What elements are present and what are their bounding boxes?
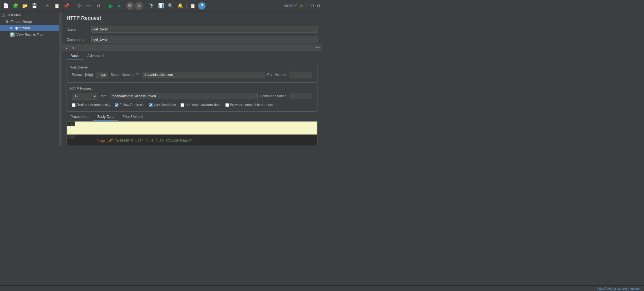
add-btn[interactable]: ➕ (75, 2, 83, 10)
checkboxes-row: Redirect Automatically Follow Redirects … (69, 102, 315, 109)
settings-icon: ⚙ (317, 4, 320, 8)
time-display: 00:00:00 (284, 4, 297, 8)
keepalive-checkbox-item[interactable]: Use KeepAlive (149, 103, 176, 107)
bell-btn[interactable]: 🔔 (176, 2, 184, 10)
separator-1 (41, 3, 41, 9)
name-row: Name: (62, 24, 322, 34)
template-btn[interactable]: 🧩 (11, 2, 20, 10)
app-id-key: "app_id" (97, 139, 113, 143)
resize-handle[interactable]: ⋮ (59, 12, 62, 146)
sidebar-item-label: View Results Tree (16, 33, 44, 37)
sidebar-item-test-plan[interactable]: △ Test Plan (0, 12, 59, 18)
path-input[interactable] (110, 93, 258, 99)
ratio-display: 0/1 (310, 4, 314, 8)
tab-body-data[interactable]: Body Data (93, 113, 118, 121)
tab-basic[interactable]: Basic (67, 52, 83, 60)
warning-icon: ⚠ (300, 4, 303, 8)
http-request-section: HTTP Request GET POST PUT DELETE PATCH P… (67, 84, 317, 112)
separator-4 (145, 3, 145, 9)
help-btn[interactable]: ? (198, 2, 206, 10)
thread-group-icon: ⚙ (6, 19, 9, 24)
save-btn[interactable]: 💾 (30, 2, 39, 10)
port-label: Port Number: (267, 73, 287, 77)
protocol-value: https (96, 72, 108, 78)
paste-btn[interactable]: 📌 (62, 2, 71, 10)
server-input[interactable] (142, 72, 265, 78)
browser-headers-checkbox-item[interactable]: Browser-compatible headers (225, 103, 273, 107)
name-input[interactable] (91, 26, 317, 33)
separator-3 (105, 3, 105, 9)
comments-input[interactable] (91, 36, 317, 43)
tab-files-upload[interactable]: Files Upload (118, 113, 147, 121)
results-tree-icon: 📊 (10, 32, 15, 37)
reset-btn[interactable]: ↺ (94, 2, 103, 10)
divider-bar: ▲ ▼ ••• (62, 45, 322, 51)
port-input[interactable] (290, 72, 312, 78)
browser-headers-label: Browser-compatible headers (230, 103, 273, 107)
protocol-label: Protocol [http]: (72, 73, 94, 77)
toolbar-right: 00:00:00 ⚠ 0 0/1 ⚙ (284, 4, 320, 8)
sidebar: △ Test Plan ⚙ Thread Group ✏ get_token 📊… (0, 12, 59, 146)
list-btn[interactable]: 📋 (189, 2, 197, 10)
path-label: Path: (100, 94, 107, 98)
encoding-input[interactable] (290, 93, 312, 99)
get-token-icon: ✏ (10, 26, 13, 30)
sidebar-item-thread-group[interactable]: ⚙ Thread Group (0, 18, 59, 25)
expand-btn[interactable]: ▼ (71, 47, 76, 50)
play-all-btn[interactable]: ▶+ (116, 2, 125, 10)
multipart-label: Use multipart/form-data (185, 103, 220, 107)
sidebar-item-label: Thread Group (11, 20, 32, 24)
multipart-checkbox-item[interactable]: Use multipart/form-data (180, 103, 220, 107)
line-num-1: 1 (67, 122, 75, 126)
body-tab-bar: Parameters Body Data Files Upload (62, 113, 322, 121)
warning-count: 0 (306, 4, 308, 8)
comments-row: Comments: (62, 34, 322, 45)
line-content-2: "app_id":"c46845f5-e18f-fddf-9c39-672a29… (75, 135, 317, 146)
content-area: HTTP Request Name: Comments: ▲ ▼ ••• Bas… (62, 12, 322, 146)
redirect-auto-label: Redirect Automatically (77, 103, 110, 107)
sidebar-item-view-results-tree[interactable]: 📊 View Results Tree (0, 31, 59, 38)
play-btn[interactable]: ▶ (107, 2, 115, 10)
tab-parameters[interactable]: Parameters (67, 113, 93, 121)
cut-btn[interactable]: ✂ (43, 2, 52, 10)
stop-now-btn[interactable]: ✖ (135, 2, 143, 10)
encoding-label: Content encoding: (260, 94, 287, 98)
new-btn[interactable]: 📄 (2, 2, 10, 10)
open-btn[interactable]: 📂 (21, 2, 29, 10)
keepalive-checkbox[interactable] (149, 103, 153, 107)
web-server-section: Web Server Protocol [http]: https Server… (67, 63, 317, 83)
remove-btn[interactable]: ➖ (85, 2, 93, 10)
line-num-2: 2 (67, 135, 75, 139)
server-label: Server Name or IP: (111, 73, 140, 77)
copy-btn[interactable]: 📋 (53, 2, 61, 10)
sidebar-item-get-token[interactable]: ✏ get_token (0, 25, 59, 31)
multipart-checkbox[interactable] (180, 103, 184, 107)
code-line-1: 1 { (67, 122, 317, 135)
http-request-row: GET POST PUT DELETE PATCH Path: Content … (69, 92, 315, 102)
name-label: Name: (67, 27, 89, 32)
web-server-title: Web Server (69, 65, 89, 69)
sidebar-item-label: Test Plan (7, 13, 21, 17)
search-btn[interactable]: 🔍 (166, 2, 175, 10)
code-editor[interactable]: 1 { 2 "app_id":"c46845f5-e18f-fddf-9c39-… (67, 121, 317, 146)
more-options: ••• (316, 46, 320, 50)
app-id-value: "c46845f5-e18f-fddf-9c39-672a29f94dc4" (115, 139, 192, 143)
follow-redirects-checkbox-item[interactable]: Follow Redirects (115, 103, 145, 107)
analyze-btn[interactable]: 📊 (157, 2, 165, 10)
separator-5 (186, 3, 187, 9)
follow-redirects-label: Follow Redirects (120, 103, 145, 107)
code-line-2: 2 "app_id":"c46845f5-e18f-fddf-9c39-672a… (67, 135, 317, 146)
method-select[interactable]: GET POST PUT DELETE PATCH (72, 93, 97, 100)
redirect-auto-checkbox[interactable] (72, 103, 76, 107)
redirect-auto-checkbox-item[interactable]: Redirect Automatically (72, 103, 110, 107)
stop-btn[interactable]: ⏹ (126, 2, 134, 10)
toolbar: 📄 🧩 📂 💾 ✂ 📋 📌 ➕ ➖ ↺ ▶ ▶+ ⏹ ✖ 🔭 📊 🔍 🔔 📋 ?… (0, 0, 322, 12)
collapse-btn[interactable]: ▲ (64, 47, 69, 50)
inspect-btn[interactable]: 🔭 (147, 2, 156, 10)
comments-label: Comments: (67, 38, 89, 42)
tab-advanced[interactable]: Advanced (83, 52, 108, 60)
sidebar-item-label: get_token (15, 26, 30, 30)
follow-redirects-checkbox[interactable] (115, 103, 118, 107)
http-req-title: HTTP Request (69, 87, 94, 91)
browser-headers-checkbox[interactable] (225, 103, 229, 107)
